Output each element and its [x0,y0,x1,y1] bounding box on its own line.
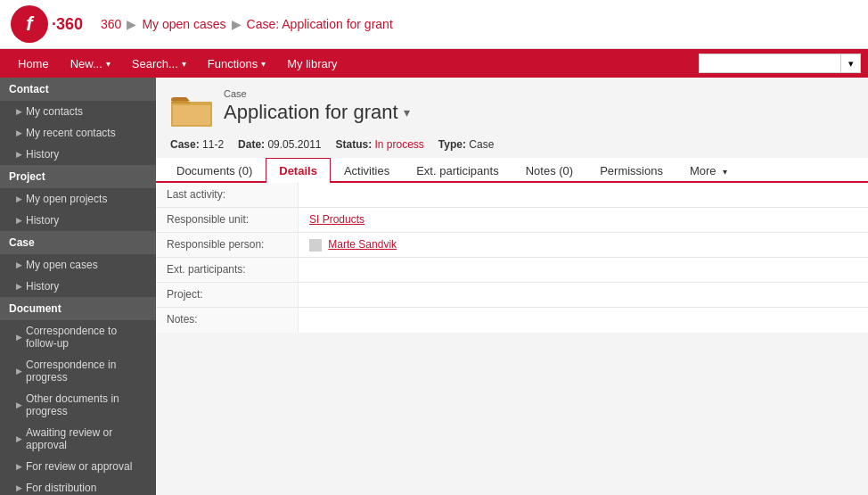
breadcrumb-item-1[interactable]: 360 [101,17,121,31]
breadcrumb: 360 ▶ My open cases ▶ Case: Application … [101,17,393,31]
tab-ext-participants[interactable]: Ext. participants [403,158,512,183]
sidebar-tri: ▶ [16,483,22,492]
tab-permissions[interactable]: Permissions [586,158,676,183]
detail-value-project [299,283,868,307]
sidebar-tri: ▶ [16,333,22,342]
case-header: Case Application for grant ▾ [156,78,868,135]
case-folder-icon [170,92,213,128]
svg-rect-2 [173,105,210,125]
breadcrumb-sep-1: ▶ [127,17,136,31]
detail-value-last-activity [299,183,868,207]
nav-search-box: ▾ [699,54,861,73]
detail-row-responsible-person: Responsible person: Marte Sandvik [156,233,868,258]
detail-value-ext-participants [299,258,868,282]
case-meta: Case: 11-2 Date: 09.05.2011 Status: In p… [156,135,868,158]
case-title: Application for grant ▾ [224,101,410,124]
detail-label-responsible-person: Responsible person: [156,233,299,257]
tab-more[interactable]: More ▾ [676,158,741,183]
nav-new[interactable]: New... ▾ [60,49,121,78]
sidebar-tri: ▶ [16,128,22,137]
sidebar-item-recent-contacts[interactable]: ▶ My recent contacts [0,122,156,144]
sidebar-item-open-cases[interactable]: ▶ My open cases [0,254,156,276]
sidebar-item-open-projects[interactable]: ▶ My open projects [0,188,156,210]
case-id-label: Case: [170,138,200,151]
case-id-value: 11-2 [202,138,224,151]
nav-functions-arrow: ▾ [261,59,266,69]
tab-activities[interactable]: Activities [331,158,403,183]
case-date-value: 09.05.2011 [267,138,321,151]
sidebar-tri: ▶ [16,462,22,471]
case-status-label: Status: [335,138,372,151]
detail-label-notes: Notes: [156,308,299,333]
sidebar-item-case-history[interactable]: ▶ History [0,276,156,297]
detail-row-notes: Notes: [156,308,868,333]
sidebar-item-project-history[interactable]: ▶ History [0,210,156,231]
tab-details[interactable]: Details [266,158,331,183]
global-search-dropdown[interactable]: ▾ [841,54,861,73]
sidebar-tri: ▶ [16,150,22,159]
breadcrumb-sep-2: ▶ [232,17,242,31]
sidebar-item-corr-follow[interactable]: ▶ Correspondence to follow-up [0,320,156,354]
detail-value-responsible-unit: SI Products [299,208,868,232]
tabs-bar: Documents (0) Details Activities Ext. pa… [156,158,868,183]
responsible-unit-link[interactable]: SI Products [309,213,364,226]
sidebar-item-for-review[interactable]: ▶ For review or approval [0,456,156,477]
sidebar-tri: ▶ [16,367,22,375]
sidebar-item-awaiting-review[interactable]: ▶ Awaiting review or approval [0,422,156,456]
logo-icon: f [11,5,48,43]
nav-new-arrow: ▾ [106,59,111,69]
nav-bar: Home New... ▾ Search... ▾ Functions ▾ My… [0,49,868,78]
sidebar-tri: ▶ [16,282,22,291]
case-title-block: Case Application for grant ▾ [224,88,410,124]
tab-notes[interactable]: Notes (0) [512,158,586,183]
nav-search[interactable]: Search... ▾ [121,49,197,78]
sidebar-item-contact-history[interactable]: ▶ History [0,144,156,165]
nav-search-arrow: ▾ [182,59,186,69]
detail-row-ext-participants: Ext. participants: [156,258,868,283]
logo-brand: ·360 [52,15,83,34]
detail-label-last-activity: Last activity: [156,183,299,207]
person-icon [309,239,322,252]
sidebar-item-other-docs[interactable]: ▶ Other documents in progress [0,388,156,422]
sidebar: Contact ▶ My contacts ▶ My recent contac… [0,78,156,495]
detail-label-project: Project: [156,283,299,307]
case-type-value: Case [469,138,494,151]
sidebar-section-document: Document [0,297,156,320]
sidebar-item-for-distribution[interactable]: ▶ For distribution [0,477,156,495]
sidebar-tri: ▶ [16,400,22,409]
detail-row-responsible-unit: Responsible unit: SI Products [156,208,868,233]
case-status-value: In process [375,138,424,151]
detail-row-project: Project: [156,283,868,308]
nav-functions[interactable]: Functions ▾ [197,49,276,78]
global-search-input[interactable] [699,54,841,73]
sidebar-section-project: Project [0,165,156,188]
detail-value-responsible-person: Marte Sandvik [299,233,868,257]
case-title-text: Application for grant [224,101,398,124]
case-label: Case [224,88,410,99]
tab-documents[interactable]: Documents (0) [163,158,266,183]
detail-value-notes [299,308,868,333]
breadcrumb-item-3: Case: Application for grant [247,17,393,31]
top-header: f ·360 360 ▶ My open cases ▶ Case: Appli… [0,0,868,49]
content-area: Case Application for grant ▾ Case: 11-2 … [156,78,868,495]
sidebar-tri: ▶ [16,216,22,225]
sidebar-tri: ▶ [16,194,22,203]
case-type-label: Type: [438,138,466,151]
sidebar-item-my-contacts[interactable]: ▶ My contacts [0,101,156,122]
sidebar-tri: ▶ [16,260,22,269]
case-date-label: Date: [238,138,265,151]
breadcrumb-item-2[interactable]: My open cases [142,17,225,31]
sidebar-section-case: Case [0,231,156,254]
case-title-dropdown[interactable]: ▾ [404,105,410,120]
sidebar-item-corr-progress[interactable]: ▶ Correspondence in progress [0,354,156,388]
responsible-person-link[interactable]: Marte Sandvik [328,238,397,251]
nav-home[interactable]: Home [7,49,60,78]
nav-library[interactable]: My library [276,49,348,78]
tab-more-arrow: ▾ [723,167,727,177]
sidebar-section-contact: Contact [0,78,156,101]
detail-label-ext-participants: Ext. participants: [156,258,299,282]
detail-row-last-activity: Last activity: [156,183,868,208]
logo[interactable]: f ·360 [11,5,83,43]
details-panel: Last activity: Responsible unit: SI Prod… [156,183,868,333]
sidebar-tri: ▶ [16,434,22,443]
